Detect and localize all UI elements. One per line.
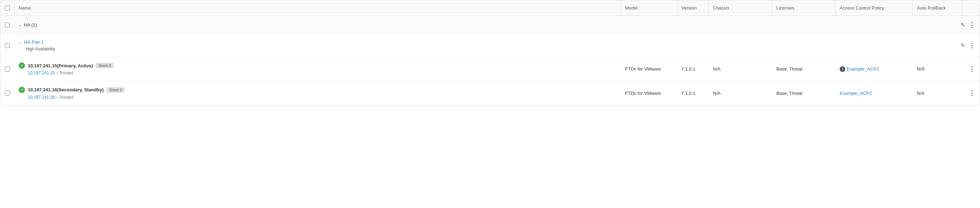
device1-main-row: ✓ 10.197.241.15(Primary, Active) Snort 3: [19, 62, 114, 69]
device2-chassis: N/A: [713, 91, 721, 96]
ha-pair-chassis-cell: [709, 42, 772, 49]
group-autorollback-cell: [913, 21, 962, 29]
group-row-ha: ⌄ HA (1) ✎ ⋮: [0, 16, 980, 34]
device2-model-cell: FTDv for VMware: [621, 87, 677, 99]
select-all-checkbox[interactable]: [5, 6, 10, 11]
ha-pair-edit-icon[interactable]: ✎: [961, 42, 965, 49]
group-model-cell: [621, 21, 677, 29]
device1-version-cell: 7.1.0.1: [677, 63, 709, 75]
device1-chassis-cell: N/A: [709, 63, 772, 75]
device1-licenses: Base, Threat: [776, 66, 802, 72]
device2-more-icon[interactable]: ⋮: [969, 89, 975, 97]
ha-pair-subtext: High Availability: [25, 46, 55, 51]
header-version: Version: [677, 0, 709, 16]
ha-pair-licenses-cell: [772, 42, 835, 49]
device2-autorollback: N/A: [917, 91, 925, 96]
ha-pair-checkbox-cell[interactable]: [0, 40, 14, 51]
group-licenses-cell: [772, 21, 835, 29]
device2-snort-badge: Snort 3: [107, 87, 124, 93]
ha-pair-autorollback-cell: [913, 42, 962, 49]
device1-route: – Routed: [56, 70, 73, 75]
device1-acp-link[interactable]: Example_ACP2: [847, 66, 879, 72]
group-version-cell: [677, 21, 709, 29]
ha-pair-model-cell: [621, 42, 677, 49]
device1-licenses-cell: Base, Threat: [772, 63, 835, 75]
group-edit-icon[interactable]: ✎: [961, 22, 965, 28]
ha-pair-actions-cell: ✎ ⋮: [962, 38, 980, 53]
group-checkbox[interactable]: [5, 22, 10, 27]
ha-pair-name-cell: ⌄ HA-Pair-1 High Availability: [14, 36, 621, 55]
group-acp-cell: [835, 21, 913, 29]
header-model: Model: [621, 0, 677, 16]
device1-more-icon[interactable]: ⋮: [969, 65, 975, 73]
group-actions-cell: ✎ ⋮: [962, 18, 980, 32]
ha-pair-chevron-icon[interactable]: ⌄: [19, 40, 22, 45]
device1-autorollback: N/A: [917, 66, 925, 72]
device2-version-cell: 7.1.0.1: [677, 87, 709, 99]
ha-pair-more-icon[interactable]: ⋮: [969, 42, 975, 50]
device2-checkbox[interactable]: [5, 91, 10, 96]
device2-name-cell: ✓ 10.197.241.16(Secondary, Standby) Snor…: [14, 83, 621, 103]
device2-main-row: ✓ 10.197.241.16(Secondary, Standby) Snor…: [19, 87, 124, 93]
device1-acp-cell: i Example_ACP2: [835, 63, 913, 75]
header-autorollback: Auto RollBack: [913, 0, 962, 16]
device2-licenses-cell: Base, Threat: [772, 87, 835, 99]
device1-model-cell: FTDv for VMware: [621, 63, 677, 75]
group-checkbox-cell[interactable]: [0, 19, 14, 31]
device1-name-cell: ✓ 10.197.241.15(Primary, Active) Snort 3…: [14, 59, 621, 79]
group-name-label: HA (1): [24, 22, 37, 27]
device2-ip-link[interactable]: 10.197.241.16: [28, 95, 55, 100]
device2-ip-main: 10.197.241.16(Secondary, Standby): [28, 87, 104, 92]
device2-checkbox-cell[interactable]: [0, 87, 14, 99]
device2-version: 7.1.0.1: [681, 91, 695, 96]
device1-status-icon: ✓: [19, 62, 25, 69]
ha-pair-checkbox[interactable]: [5, 43, 10, 48]
ha-pair-row: ⌄ HA-Pair-1 High Availability ✎ ⋮: [0, 34, 980, 57]
table-header: Name Model Version Chassis Licenses Acce…: [0, 0, 980, 16]
ha-pair-acp-cell: [835, 42, 913, 49]
device-row-secondary: ✓ 10.197.241.16(Secondary, Standby) Snor…: [0, 81, 980, 105]
devices-table: Name Model Version Chassis Licenses Acce…: [0, 0, 980, 106]
ha-pair-version-cell: [677, 42, 709, 49]
device-row-primary: ✓ 10.197.241.15(Primary, Active) Snort 3…: [0, 57, 980, 81]
header-checkbox-cell[interactable]: [0, 0, 14, 16]
header-acp: Access Control Policy: [835, 0, 913, 16]
header-licenses: Licenses: [772, 0, 835, 16]
device1-ip-main: 10.197.241.15(Primary, Active): [28, 63, 93, 69]
device1-version: 7.1.0.1: [681, 66, 695, 72]
device2-autorollback-cell: N/A: [913, 87, 962, 99]
ha-pair-name-label[interactable]: HA-Pair-1: [24, 40, 44, 45]
device2-licenses: Base, Threat: [776, 91, 802, 96]
header-chassis: Chassis: [709, 0, 772, 16]
group-chevron-icon[interactable]: ⌄: [19, 22, 22, 27]
device2-route: – Routed: [56, 95, 73, 100]
ha-pair-name-group: ⌄ HA-Pair-1: [19, 40, 44, 45]
device2-actions-cell: ⋮: [962, 86, 980, 101]
group-more-icon[interactable]: ⋮: [969, 21, 975, 29]
device1-checkbox[interactable]: [5, 67, 10, 72]
device2-chassis-cell: N/A: [709, 87, 772, 99]
device1-ip-link[interactable]: 10.197.241.15: [28, 70, 55, 75]
header-name: Name: [14, 0, 621, 16]
device1-chassis: N/A: [713, 66, 721, 72]
device1-model: FTDv for VMware: [625, 66, 661, 72]
device1-actions-cell: ⋮: [962, 62, 980, 77]
device2-acp-link[interactable]: Example_ACP2: [840, 91, 872, 96]
header-actions: [962, 0, 980, 16]
group-name-cell: ⌄ HA (1): [14, 19, 621, 31]
device2-model: FTDv for VMware: [625, 91, 661, 96]
device1-checkbox-cell[interactable]: [0, 63, 14, 75]
device1-acp-info-icon: i: [840, 66, 845, 72]
device1-snort-badge: Snort 3: [95, 63, 114, 69]
device2-acp-cell: Example_ACP2: [835, 87, 913, 99]
group-chassis-cell: [709, 21, 772, 29]
device2-status-icon: ✓: [19, 87, 25, 93]
device1-autorollback-cell: N/A: [913, 63, 962, 75]
